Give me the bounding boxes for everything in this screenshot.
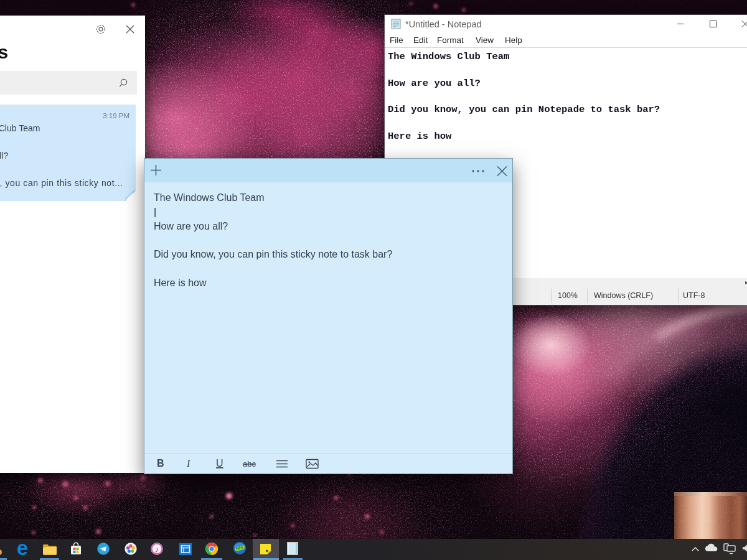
svg-text:U: U: [216, 458, 223, 469]
svg-text:B: B: [157, 458, 164, 469]
svg-text:e: e: [17, 539, 28, 559]
svg-text:abc: abc: [243, 459, 256, 469]
svg-text:I: I: [186, 458, 190, 469]
svg-text:♪: ♪: [155, 544, 159, 554]
